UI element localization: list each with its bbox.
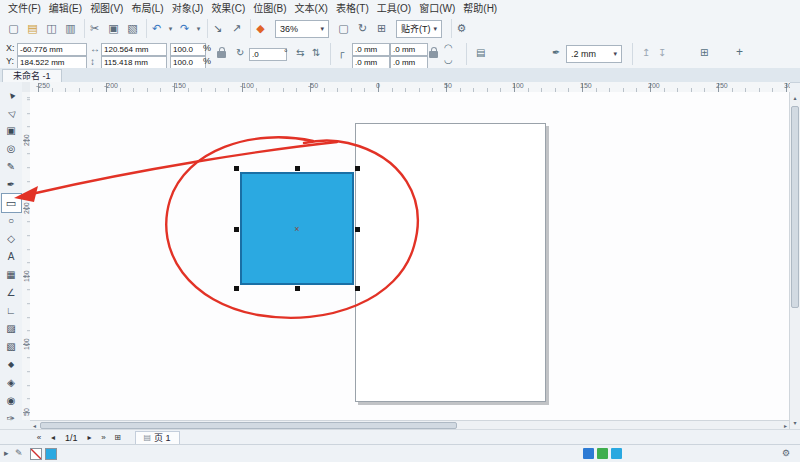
scale-x-field[interactable]: 100.0 (170, 43, 206, 56)
mirror-vertical-icon[interactable]: ⇅ (312, 47, 320, 59)
menu-item[interactable]: 布局(L) (127, 0, 167, 17)
menu-item[interactable]: 编辑(E) (45, 0, 86, 17)
pick-tool[interactable]: ▲ (2, 86, 21, 104)
object-width-field[interactable]: 120.564 mm (101, 43, 167, 56)
fullscreen-preview-icon[interactable]: ▢ (334, 19, 353, 38)
document-tab[interactable]: 未命名 -1 (2, 69, 62, 82)
menu-item[interactable]: 文件(F) (4, 0, 45, 17)
selection-handle[interactable] (355, 166, 360, 171)
text-tool[interactable]: A (2, 248, 21, 266)
connector-tool[interactable]: ∟ (2, 302, 21, 320)
page[interactable] (355, 123, 546, 402)
selection-handle[interactable] (234, 286, 239, 291)
wrap-text-icon[interactable]: ▤ (476, 47, 485, 59)
eyedropper-tool[interactable]: ◆ (2, 356, 21, 374)
quick-customize-icon[interactable]: + (736, 46, 743, 58)
interactive-fill-tool[interactable]: ◈ (2, 374, 21, 392)
selection-handle[interactable] (234, 166, 239, 171)
ellipse-tool[interactable]: ○ (2, 212, 21, 230)
to-front-icon[interactable]: ↥ (642, 47, 650, 59)
print-icon[interactable]: ▥ (61, 19, 80, 38)
menu-item[interactable]: 工具(O) (373, 0, 415, 17)
to-back-icon[interactable]: ↧ (658, 47, 666, 59)
menu-item[interactable]: 位图(B) (249, 0, 290, 17)
outline-pen-tool[interactable]: ✑ (2, 410, 21, 428)
save-icon[interactable]: ◫ (42, 19, 61, 38)
artistic-media-tool[interactable]: ✒ (2, 176, 21, 194)
transparency-tool[interactable]: ▧ (2, 338, 21, 356)
rectangle-tool[interactable]: ▭ (2, 194, 21, 212)
chamfer-corner-icon[interactable]: ◡ (444, 54, 453, 66)
table-tool[interactable]: ▦ (2, 266, 21, 284)
outline-width-value: .2 mm (571, 49, 596, 59)
menu-item[interactable]: 对象(J) (168, 0, 208, 17)
zoom-level-combo[interactable]: 36% ▾ (275, 20, 329, 38)
menu-item[interactable]: 效果(C) (207, 0, 249, 17)
import-icon[interactable]: ↘ (207, 19, 227, 38)
tray-icon-1[interactable] (583, 448, 594, 459)
options-gear-icon[interactable]: ⚙ (451, 19, 471, 38)
corner-radius-tl-field[interactable]: .0 mm (352, 43, 390, 56)
selection-handle[interactable] (355, 286, 360, 291)
outline-width-combo[interactable]: .2 mm ▾ (566, 45, 622, 63)
selection-handle[interactable] (234, 227, 239, 232)
shape-tool[interactable]: ◁ (2, 104, 21, 122)
selection-handle[interactable] (295, 166, 300, 171)
tray-icon-3[interactable] (611, 448, 622, 459)
paste-icon[interactable]: ▧ (123, 19, 142, 38)
export-icon[interactable]: ↗ (227, 19, 246, 38)
refresh-icon[interactable]: ↻ (353, 19, 372, 38)
document-palette-blue-swatch[interactable] (45, 448, 57, 460)
smart-fill-tool[interactable]: ◉ (2, 392, 21, 410)
tray-icon-2[interactable] (597, 448, 608, 459)
no-color-swatch[interactable] (30, 448, 42, 460)
page-tab[interactable]: ▤ 页 1 (135, 431, 180, 445)
cut-icon[interactable]: ✂ (84, 19, 104, 38)
vertical-scroll-thumb[interactable] (791, 106, 799, 308)
zoom-tool[interactable]: ◎ (2, 140, 21, 158)
lock-corners-icon[interactable] (429, 51, 438, 58)
redo-caret-icon[interactable]: ▾ (194, 19, 203, 38)
menu-item[interactable]: 文本(X) (291, 0, 332, 17)
settings-gear-icon[interactable]: ⚙ (782, 447, 790, 459)
lock-ratio-icon[interactable] (217, 51, 226, 58)
dimension-tool[interactable]: ∠ (2, 284, 21, 302)
crop-tool[interactable]: ▣ (2, 122, 21, 140)
open-folder-icon[interactable]: ▤ (23, 19, 42, 38)
undo-icon[interactable]: ↶ (146, 19, 166, 38)
rotation-angle-field[interactable]: .0 (249, 48, 287, 61)
menu-item[interactable]: 视图(V) (86, 0, 127, 17)
show-rulers-icon[interactable]: ⊞ (372, 19, 391, 38)
menu-item[interactable]: 窗口(W) (415, 0, 459, 17)
redo-icon[interactable]: ↷ (175, 19, 194, 38)
scroll-up-icon[interactable]: ▴ (790, 94, 800, 102)
corner-radius-tr-field[interactable]: .0 mm (390, 43, 428, 56)
app-launcher-icon[interactable]: ◆ (250, 19, 270, 38)
menu-item[interactable]: 表格(T) (332, 0, 373, 17)
menu-item[interactable]: 帮助(H) (459, 0, 501, 17)
drop-shadow-tool[interactable]: ▨ (2, 320, 21, 338)
selection-handle[interactable] (295, 286, 300, 291)
horizontal-scroll-thumb[interactable] (40, 422, 457, 429)
last-page-button[interactable]: » (97, 433, 111, 442)
polygon-tool[interactable]: ◇ (2, 230, 21, 248)
next-page-button[interactable]: ▸ (83, 433, 97, 442)
first-page-button[interactable]: « (32, 433, 46, 442)
snap-to-combo[interactable]: 贴齐(T) ▾ (396, 20, 442, 38)
selected-rectangle[interactable]: × (240, 172, 354, 285)
fillet-corner-icon[interactable]: ◠ (444, 42, 453, 54)
copy-icon[interactable]: ▣ (104, 19, 123, 38)
freehand-tool[interactable]: ✎ (2, 158, 21, 176)
previous-page-button[interactable]: ◂ (46, 433, 60, 442)
undo-caret-icon[interactable]: ▾ (166, 19, 175, 38)
selection-handle[interactable] (355, 227, 360, 232)
mirror-horizontal-icon[interactable]: ⇆ (296, 47, 304, 59)
x-position-field[interactable]: -60.776 mm (17, 43, 87, 56)
vertical-scrollbar[interactable]: ▴ ▾ (789, 92, 800, 429)
canvas[interactable]: × (30, 92, 790, 420)
handles-options-icon[interactable]: ⊞ (700, 47, 708, 59)
scroll-down-icon[interactable]: ▾ (790, 419, 800, 427)
status-bar: ▸ ✎ ⚙ (0, 444, 800, 462)
add-page-button[interactable]: ⊞ (111, 433, 125, 442)
new-document-icon[interactable]: ▢ (4, 19, 23, 38)
